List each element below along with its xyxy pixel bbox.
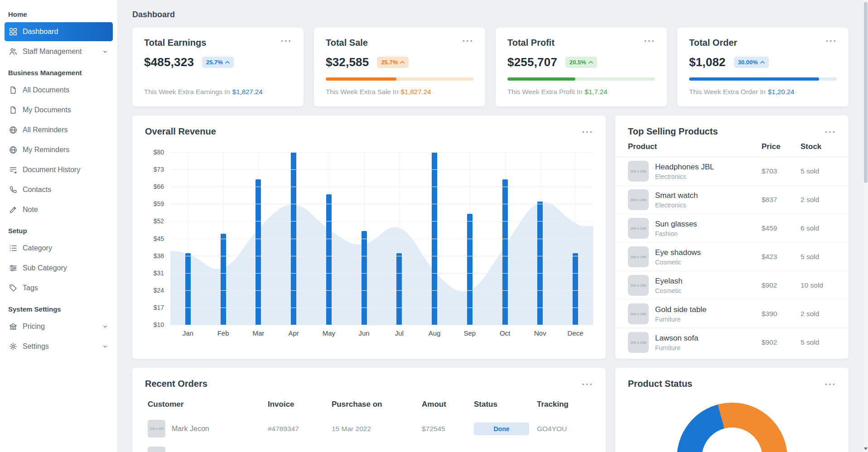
stat-card-value: $32,585	[326, 55, 369, 69]
sidebar-item-staff-management[interactable]: Staff Management	[5, 42, 113, 61]
revenue-bar	[573, 253, 578, 325]
sidebar-item-label: Category	[23, 244, 52, 252]
sidebar-item-my-reminders[interactable]: My Reminders	[5, 140, 113, 159]
sidebar-item-label: All Reminders	[23, 126, 68, 134]
sidebar-item-contacts[interactable]: Contacts	[5, 180, 113, 199]
product-thumbnail: 200 x 200	[628, 303, 649, 324]
card-menu-icon[interactable]: ⋯	[581, 381, 593, 387]
column-header-invoice: Invoice	[268, 400, 332, 409]
sidebar-item-label: Settings	[23, 342, 49, 351]
x-axis-label: Dece	[558, 329, 593, 337]
table-row-partial[interactable]: 100 x 100	[132, 442, 606, 452]
product-stock: 5 sold	[800, 253, 836, 261]
sidebar-item-label: Tags	[23, 284, 38, 292]
grid-line	[170, 221, 593, 221]
sidebar-item-document-history[interactable]: Document History	[5, 160, 113, 179]
card-menu-icon[interactable]: ⋯	[824, 381, 836, 387]
stat-card-footer: This Week Extra Profit In$1,7.24	[507, 88, 655, 96]
overall-revenue-card: Overall Revenue ⋯ $80$73$66$59$52$45$38$…	[132, 115, 606, 359]
bank-icon	[9, 322, 17, 331]
product-stock: 2 sold	[800, 310, 836, 318]
card-menu-icon[interactable]: ⋯	[581, 129, 593, 135]
stat-badge[interactable]: 30.00%	[734, 57, 769, 68]
stat-badge[interactable]: 20.5%	[565, 57, 597, 68]
sidebar-item-settings[interactable]: Settings	[5, 337, 113, 356]
sidebar-item-all-reminders[interactable]: All Reminders	[5, 120, 113, 139]
table-row[interactable]: 200 x 200 Smart watch Electronics $837 2…	[615, 186, 849, 214]
sidebar-item-label: Contacts	[23, 186, 51, 194]
stat-badge[interactable]: 25.7%	[377, 57, 409, 68]
product-category: Fashion	[655, 230, 697, 237]
stat-footer-value: $1,827.24	[401, 88, 431, 96]
table-row[interactable]: 200 x 200 Headphones JBL Electronics $70…	[615, 157, 849, 186]
sidebar-item-note[interactable]: Note	[5, 200, 113, 219]
sidebar-item-label: Sub Category	[23, 264, 67, 272]
revenue-bar	[185, 253, 191, 325]
x-axis-label: Jan	[170, 329, 206, 337]
sidebar-item-tags[interactable]: Tags	[5, 279, 113, 298]
revenue-bar	[221, 234, 226, 325]
table-row[interactable]: 200 x 200 Eyelash Cosmetic $902 10 sold	[615, 271, 849, 300]
stat-badge[interactable]: 25.7%	[202, 57, 234, 68]
sidebar-item-label: My Documents	[23, 106, 71, 114]
product-price: $703	[762, 167, 800, 175]
stat-progress	[326, 77, 473, 81]
chevron-up-icon	[588, 61, 593, 64]
scroll-down-arrow-icon[interactable]	[864, 447, 868, 450]
revenue-bar	[396, 253, 402, 325]
vertical-scrollbar[interactable]	[863, 0, 868, 452]
sidebar-item-all-documents[interactable]: All Documents	[5, 81, 113, 100]
sidebar-section-setup: Setup	[0, 220, 117, 238]
revenue-bar	[362, 231, 367, 325]
product-stock: 2 sold	[800, 196, 836, 204]
product-name: Sun glasses	[655, 220, 697, 229]
y-axis-label: $52	[145, 217, 164, 225]
stat-card-title: Total Earnings	[144, 38, 206, 48]
product-stock: 10 sold	[800, 281, 836, 289]
product-thumbnail: 200 x 200	[628, 275, 649, 296]
table-row[interactable]: 200 x 200 Gold side table Furniture $390…	[615, 300, 849, 328]
table-row[interactable]: 200 x 200 Lawson sofa Furniture $902 5 s…	[615, 328, 849, 356]
card-menu-icon[interactable]: ⋯	[824, 129, 836, 135]
product-name: Eye shadows	[655, 248, 701, 257]
customer-avatar: 100 x 100	[148, 447, 165, 452]
stat-badge-value: 25.7%	[381, 59, 398, 66]
scrollbar-thumb[interactable]	[864, 2, 868, 183]
card-menu-icon[interactable]: ⋯	[643, 38, 655, 44]
x-axis-label: Feb	[206, 329, 241, 337]
stat-card-footer: This Week Extra Order In$1,20.24	[689, 88, 837, 96]
tag-icon	[9, 284, 17, 292]
sidebar-item-pricing[interactable]: Pricing	[5, 317, 113, 336]
chevron-up-icon	[400, 61, 405, 64]
globe-icon	[9, 126, 17, 134]
column-header-status: Status	[474, 400, 537, 409]
product-price: $423	[762, 253, 800, 261]
product-name: Headphones JBL	[655, 163, 714, 172]
revenue-bar	[537, 202, 543, 325]
revenue-bar	[467, 214, 473, 325]
dashboard-icon	[9, 28, 17, 36]
card-menu-icon[interactable]: ⋯	[280, 38, 292, 44]
document-icon	[9, 86, 17, 94]
grid-line	[170, 273, 593, 274]
x-axis-label: Jul	[382, 329, 417, 337]
table-row[interactable]: 200 x 200 Eye shadows Cosmetic $423 5 so…	[615, 243, 849, 271]
product-stock: 5 sold	[800, 338, 836, 346]
sidebar-item-sub-category[interactable]: Sub Category	[5, 259, 113, 278]
revenue-chart: $80$73$66$59$52$45$38$31$24$17$10 JanFeb…	[132, 141, 606, 337]
table-row[interactable]: 200 x 200 Sun glasses Fashion $459 6 sol…	[615, 214, 849, 243]
table-row[interactable]: 100 x 100 Mark Jecon #4789347 15 Mar 202…	[132, 415, 606, 442]
order-invoice: #4789347	[268, 425, 332, 433]
card-menu-icon[interactable]: ⋯	[462, 38, 473, 44]
column-header-amount: Amout	[422, 400, 474, 409]
x-axis-label: Mar	[241, 329, 276, 337]
sidebar-item-dashboard[interactable]: Dashboard	[5, 22, 113, 41]
stat-progress-fill	[689, 77, 819, 81]
sidebar-item-category[interactable]: Category	[5, 239, 113, 258]
card-menu-icon[interactable]: ⋯	[825, 38, 837, 44]
product-thumbnail: 200 x 200	[628, 189, 649, 210]
app-root: Home Dashboard Staff Management Business…	[0, 0, 868, 452]
customer-avatar: 100 x 100	[148, 420, 165, 438]
sidebar-item-my-documents[interactable]: My Documents	[5, 101, 113, 120]
grid-line	[170, 325, 593, 325]
